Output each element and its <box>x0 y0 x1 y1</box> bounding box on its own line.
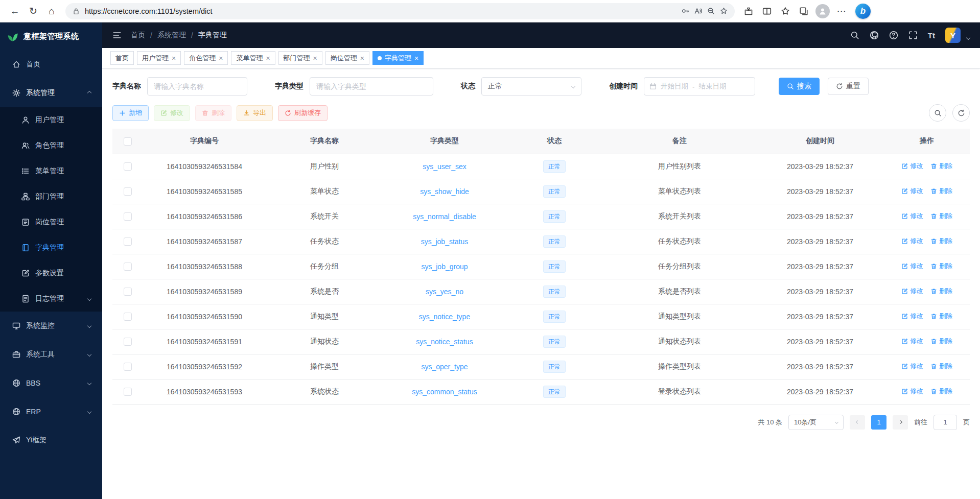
github-icon[interactable] <box>870 31 879 40</box>
row-delete-button[interactable]: 删除 <box>930 211 952 221</box>
favorites-icon[interactable] <box>777 3 794 20</box>
font-size-icon[interactable] <box>928 31 935 40</box>
sidebar-item-log-management[interactable]: 日志管理 <box>0 286 102 312</box>
dict-type-link[interactable]: sys_common_status <box>412 388 477 396</box>
dict-type-link[interactable]: sys_notice_type <box>419 313 470 321</box>
sidebar-item-dept-management[interactable]: 部门管理 <box>0 184 102 209</box>
page-size-select[interactable]: 10条/页 <box>788 415 844 430</box>
refresh-button[interactable]: ↻ <box>25 3 42 20</box>
row-edit-button[interactable]: 修改 <box>901 161 923 171</box>
dict-type-input[interactable] <box>310 77 433 96</box>
row-checkbox[interactable] <box>124 237 132 246</box>
fullscreen-icon[interactable] <box>908 31 918 40</box>
password-key-icon[interactable] <box>682 7 689 15</box>
sidebar-item-menu-management[interactable]: 菜单管理 <box>0 158 102 184</box>
select-all-checkbox[interactable] <box>124 137 132 146</box>
browser-settings-icon[interactable]: ⋯ <box>833 3 850 20</box>
dict-type-link[interactable]: sys_notice_status <box>416 338 473 346</box>
close-tab-icon[interactable] <box>360 54 364 62</box>
collapse-sidebar-icon[interactable] <box>112 31 122 40</box>
row-checkbox[interactable] <box>124 338 132 346</box>
add-button[interactable]: 新增 <box>112 105 149 121</box>
sidebar-item-dict-management[interactable]: 字典管理 <box>0 235 102 260</box>
tab-dict-management[interactable]: 字典管理 <box>372 51 424 65</box>
avatar-dropdown-icon[interactable] <box>966 36 970 40</box>
row-delete-button[interactable]: 删除 <box>930 161 952 171</box>
sidebar-item-param-settings[interactable]: 参数设置 <box>0 260 102 286</box>
close-tab-icon[interactable] <box>172 54 176 62</box>
split-screen-icon[interactable] <box>758 3 776 20</box>
row-checkbox[interactable] <box>124 288 132 296</box>
prev-page-button[interactable] <box>850 415 865 430</box>
row-checkbox[interactable] <box>124 388 132 396</box>
breadcrumb-system[interactable]: 系统管理 <box>157 31 186 40</box>
page-number-current[interactable]: 1 <box>871 415 886 430</box>
dict-type-link[interactable]: sys_yes_no <box>426 288 463 296</box>
row-checkbox[interactable] <box>124 212 132 221</box>
dict-type-link[interactable]: sys_normal_disable <box>413 212 476 221</box>
read-aloud-icon[interactable] <box>694 7 702 15</box>
row-checkbox[interactable] <box>124 313 132 321</box>
row-edit-button[interactable]: 修改 <box>901 262 923 271</box>
row-delete-button[interactable]: 删除 <box>930 337 952 346</box>
breadcrumb-home[interactable]: 首页 <box>131 31 145 40</box>
row-delete-button[interactable]: 删除 <box>930 387 952 396</box>
zoom-out-icon[interactable] <box>707 7 715 15</box>
row-edit-button[interactable]: 修改 <box>901 387 923 396</box>
tab-role-management[interactable]: 角色管理 <box>184 51 228 65</box>
tab-home[interactable]: 首页 <box>110 51 134 65</box>
row-delete-button[interactable]: 删除 <box>930 186 952 196</box>
status-select[interactable]: 正常 <box>481 77 581 96</box>
dict-type-link[interactable]: sys_job_group <box>421 263 468 271</box>
dict-type-link[interactable]: sys_user_sex <box>423 162 466 171</box>
help-icon[interactable] <box>889 31 898 40</box>
row-edit-button[interactable]: 修改 <box>901 337 923 346</box>
next-page-button[interactable] <box>893 415 908 430</box>
row-delete-button[interactable]: 删除 <box>930 262 952 271</box>
url-text[interactable]: https://ccnetcore.com:1101/system/dict <box>85 7 213 15</box>
row-checkbox[interactable] <box>124 187 132 196</box>
reset-button[interactable]: 重置 <box>828 78 869 95</box>
row-edit-button[interactable]: 修改 <box>901 186 923 196</box>
sidebar-item-post-management[interactable]: 岗位管理 <box>0 209 102 235</box>
tab-user-management[interactable]: 用户管理 <box>137 51 181 65</box>
site-info-lock-icon[interactable] <box>73 8 80 15</box>
sidebar-item-yi-framework[interactable]: Yi框架 <box>0 426 102 455</box>
row-checkbox[interactable] <box>124 162 132 171</box>
search-button[interactable]: 搜索 <box>779 78 820 95</box>
dict-type-link[interactable]: sys_job_status <box>421 237 469 246</box>
dict-type-link[interactable]: sys_show_hide <box>420 187 469 196</box>
sidebar-item-bbs[interactable]: BBS <box>0 369 102 397</box>
dict-type-link[interactable]: sys_oper_type <box>421 363 468 371</box>
tab-menu-management[interactable]: 菜单管理 <box>231 51 275 65</box>
extensions-icon[interactable] <box>740 3 757 20</box>
row-edit-button[interactable]: 修改 <box>901 236 923 246</box>
goto-page-input[interactable] <box>934 415 957 430</box>
user-avatar[interactable] <box>945 28 961 43</box>
row-delete-button[interactable]: 删除 <box>930 236 952 246</box>
sidebar-item-erp[interactable]: ERP <box>0 397 102 426</box>
row-checkbox[interactable] <box>124 263 132 271</box>
collections-icon[interactable] <box>795 3 812 20</box>
row-edit-button[interactable]: 修改 <box>901 312 923 321</box>
row-edit-button[interactable]: 修改 <box>901 362 923 371</box>
row-delete-button[interactable]: 删除 <box>930 362 952 371</box>
sidebar-item-home[interactable]: 首页 <box>0 50 102 79</box>
address-bar[interactable]: https://ccnetcore.com:1101/system/dict <box>65 3 735 19</box>
sidebar-item-user-management[interactable]: 用户管理 <box>0 107 102 133</box>
toggle-search-button[interactable] <box>929 104 946 122</box>
close-tab-icon[interactable] <box>219 54 223 62</box>
export-button[interactable]: 导出 <box>237 105 273 121</box>
close-tab-icon[interactable] <box>266 54 270 62</box>
close-tab-icon[interactable] <box>313 54 317 62</box>
tab-dept-management[interactable]: 部门管理 <box>278 51 322 65</box>
profile-avatar[interactable] <box>815 4 830 18</box>
back-button[interactable]: ← <box>6 3 24 20</box>
row-edit-button[interactable]: 修改 <box>901 211 923 221</box>
search-icon[interactable] <box>850 31 859 40</box>
delete-button[interactable]: 删除 <box>195 105 231 121</box>
edit-button[interactable]: 修改 <box>154 105 190 121</box>
bing-chat-icon[interactable] <box>855 4 871 19</box>
row-edit-button[interactable]: 修改 <box>901 287 923 296</box>
row-checkbox[interactable] <box>124 363 132 371</box>
